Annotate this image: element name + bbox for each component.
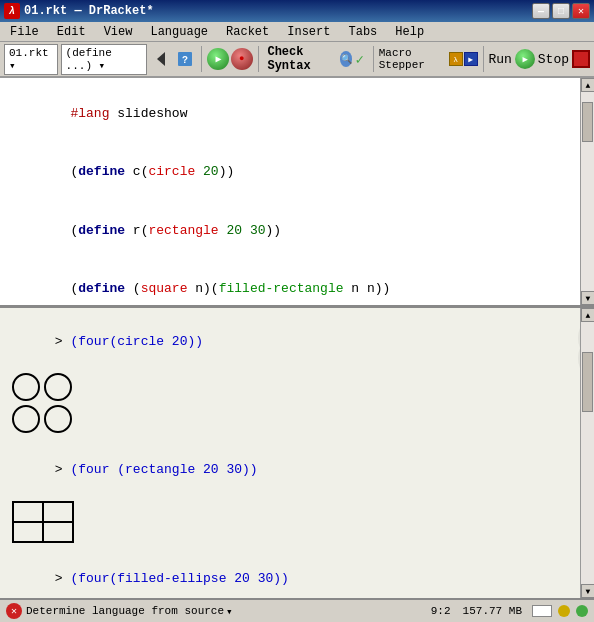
check-mark-icon: ✓ xyxy=(355,51,363,68)
run-icon: ▶ xyxy=(515,49,535,69)
repl-line-3: > (four(filled-ellipse 20 30)) xyxy=(8,549,586,598)
file-selector[interactable]: 01.rkt ▾ xyxy=(4,44,58,75)
circles-grid xyxy=(12,373,76,435)
check-syntax-icon: 🔍 xyxy=(340,51,353,67)
memory-usage: 157.77 MB xyxy=(463,605,522,617)
rect-br xyxy=(43,522,73,542)
menu-view[interactable]: View xyxy=(98,24,139,40)
status-bar: ✕ Determine language from source ▾ 9:2 1… xyxy=(0,598,594,622)
define-label: (define ...) ▾ xyxy=(66,47,142,72)
code-line-4: (define (square n)(filled-rectangle n n)… xyxy=(8,260,586,300)
scroll-down-button[interactable]: ▼ xyxy=(581,291,594,305)
stop-button[interactable]: Stop xyxy=(538,50,590,68)
repl-scroll-down-button[interactable]: ▼ xyxy=(581,584,594,598)
circle-tl xyxy=(12,373,40,401)
code-line-2: (define c(circle 20)) xyxy=(8,143,586,202)
back-button[interactable] xyxy=(150,46,171,72)
window-title: 01.rkt — DrRacket* xyxy=(24,4,154,18)
separator-3 xyxy=(373,46,374,72)
main-area: #lang slideshow (define c(circle 20)) (d… xyxy=(0,78,594,598)
rect-bl xyxy=(13,522,43,542)
code-line-1: #lang slideshow xyxy=(8,84,586,143)
repl-line-1: > (four(circle 20)) xyxy=(8,312,586,371)
code-editor[interactable]: #lang slideshow (define c(circle 20)) (d… xyxy=(8,84,586,299)
menu-tabs[interactable]: Tabs xyxy=(342,24,383,40)
circle-bl xyxy=(12,405,40,433)
title-bar: λ 01.rkt — DrRacket* — □ ✕ xyxy=(0,0,594,22)
check-syntax-label: Check Syntax xyxy=(267,45,336,73)
menu-edit[interactable]: Edit xyxy=(51,24,92,40)
repl-scrollbar[interactable]: ▲ ▼ xyxy=(580,308,594,598)
scroll-track[interactable] xyxy=(581,92,594,291)
editor-pane[interactable]: #lang slideshow (define c(circle 20)) (d… xyxy=(0,78,594,308)
green-indicator xyxy=(576,605,588,617)
svg-marker-0 xyxy=(157,52,165,66)
maximize-button[interactable]: □ xyxy=(552,3,570,19)
close-button[interactable]: ✕ xyxy=(572,3,590,19)
window-controls: — □ ✕ xyxy=(532,3,590,19)
macro-icon-1: λ xyxy=(449,52,463,66)
app-icon: λ xyxy=(4,3,20,19)
rect-tr xyxy=(43,502,73,522)
language-label: Determine language from source xyxy=(26,605,224,617)
stop-icon xyxy=(572,50,590,68)
status-close-button[interactable]: ✕ xyxy=(6,603,22,619)
menu-bar: File Edit View Language Racket Insert Ta… xyxy=(0,22,594,42)
menu-help[interactable]: Help xyxy=(389,24,430,40)
minimize-button[interactable]: — xyxy=(532,3,550,19)
memory-bar xyxy=(532,605,552,617)
menu-racket[interactable]: Racket xyxy=(220,24,275,40)
menu-insert[interactable]: Insert xyxy=(281,24,336,40)
menu-language[interactable]: Language xyxy=(144,24,214,40)
check-syntax-button[interactable]: Check Syntax 🔍 ✓ xyxy=(263,43,367,75)
svg-text:?: ? xyxy=(182,55,188,66)
file-selector-label: 01.rkt ▾ xyxy=(9,47,53,72)
rect-tl xyxy=(13,502,43,522)
separator-1 xyxy=(201,46,202,72)
run-record-icon: ● xyxy=(231,48,253,70)
repl-pane[interactable]: > (four(circle 20)) > (four (rectangle 2… xyxy=(0,308,594,598)
code-line-3: (define r(rectangle 20 30)) xyxy=(8,201,586,260)
repl-scroll-thumb[interactable] xyxy=(582,352,593,412)
circle-tr xyxy=(44,373,72,401)
toolbar: 01.rkt ▾ (define ...) ▾ ? ▶ ● Check Synt… xyxy=(0,42,594,78)
macro-stepper-label: Macro Stepper xyxy=(379,47,444,71)
stop-label: Stop xyxy=(538,52,569,67)
run-label: Run xyxy=(488,52,511,67)
macro-stepper-button[interactable]: Macro Stepper λ ▶ xyxy=(379,47,478,71)
editor-scrollbar[interactable]: ▲ ▼ xyxy=(580,78,594,305)
circle-drawing xyxy=(12,373,586,435)
macro-stepper-icons: λ ▶ xyxy=(449,52,478,66)
repl-scroll-up-button[interactable]: ▲ xyxy=(581,308,594,322)
scroll-thumb[interactable] xyxy=(582,102,593,142)
rectangle-drawing xyxy=(12,501,586,543)
language-status[interactable]: Determine language from source ▾ xyxy=(26,605,427,618)
run-button[interactable]: Run ▶ xyxy=(488,49,534,69)
run-play-icon: ▶ xyxy=(207,48,229,70)
run-group[interactable]: ▶ ● xyxy=(207,48,253,70)
separator-2 xyxy=(258,46,259,72)
yellow-indicator xyxy=(558,605,570,617)
language-dropdown-arrow[interactable]: ▾ xyxy=(226,605,233,618)
title-bar-left: λ 01.rkt — DrRacket* xyxy=(4,3,154,19)
scroll-up-button[interactable]: ▲ xyxy=(581,78,594,92)
back-icon xyxy=(151,49,171,69)
rect-grid xyxy=(12,501,74,543)
repl-line-2: > (four (rectangle 20 30)) xyxy=(8,441,586,500)
menu-file[interactable]: File xyxy=(4,24,45,40)
separator-4 xyxy=(483,46,484,72)
repl-scroll-track[interactable] xyxy=(581,322,594,584)
cursor-position: 9:2 xyxy=(431,605,451,617)
step-button[interactable]: ? xyxy=(174,46,195,72)
macro-icon-2: ▶ xyxy=(464,52,478,66)
circle-br xyxy=(44,405,72,433)
define-dropdown[interactable]: (define ...) ▾ xyxy=(61,44,147,75)
step-icon: ? xyxy=(175,49,195,69)
